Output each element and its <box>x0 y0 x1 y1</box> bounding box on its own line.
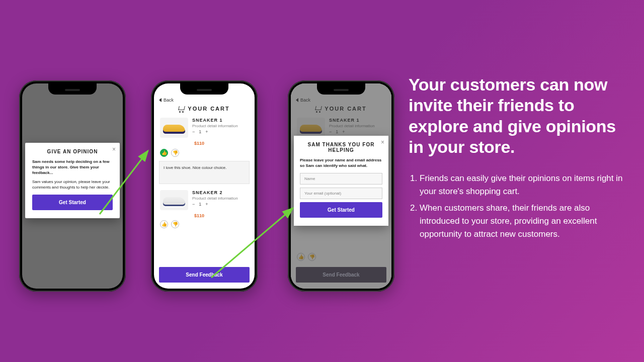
product-thumb <box>160 118 188 138</box>
name-input[interactable]: Name <box>300 173 382 185</box>
thumbs-up-icon[interactable]: 👍 <box>160 149 168 157</box>
send-feedback-button[interactable]: Send Feedback <box>159 267 250 283</box>
thumbs-up-icon[interactable]: 👍 <box>160 220 168 228</box>
get-started-button[interactable]: Get Started <box>300 202 382 218</box>
chevron-left-icon <box>159 98 162 102</box>
thank-you-modal: × SAM THANKS YOU FOR HELPING Please leav… <box>294 136 388 226</box>
phone-notch <box>180 83 228 95</box>
modal-lead: Sam needs some help deciding on a few th… <box>32 159 113 175</box>
modal-title: GIVE AN OPINION <box>32 149 113 154</box>
product-price: $110 <box>194 141 255 146</box>
product-price: $110 <box>194 213 255 218</box>
comment-input[interactable]: I love this shoe. Nice colour choice. <box>159 161 250 184</box>
get-started-button[interactable]: Get Started <box>32 195 113 210</box>
thumbs-down-icon[interactable]: 👎 <box>171 220 179 228</box>
list-item: Friends can easily give their opinions o… <box>420 172 625 199</box>
thumbs-down-icon[interactable]: 👎 <box>171 149 179 157</box>
phone-mock-3: Back YOUR CART SNEAKER 1 Product detail … <box>288 80 394 292</box>
modal-title: SAM THANKS YOU FOR HELPING <box>300 142 382 153</box>
headline-block: Your customers can now invite their frie… <box>409 74 625 244</box>
cart-item: SNEAKER 2 Product detail information −1+ <box>154 188 255 211</box>
product-name: SNEAKER 2 <box>192 190 249 195</box>
modal-body: Sam values your opinion, please leave yo… <box>32 179 113 191</box>
phone-notch <box>317 83 365 95</box>
feature-list: Friends can easily give their opinions o… <box>409 172 625 241</box>
back-button[interactable]: Back <box>154 96 255 103</box>
product-subtitle: Product detail information <box>192 124 249 128</box>
phone-mock-1: × GIVE AN OPINION Sam needs some help de… <box>19 80 126 292</box>
list-item: When customers share, their friends are … <box>420 202 625 241</box>
cart-icon <box>179 106 185 112</box>
phone-mock-2: Back YOUR CART SNEAKER 1 Product detail … <box>151 80 258 292</box>
quantity-stepper[interactable]: −1+ <box>192 202 249 207</box>
phone-notch <box>48 83 97 95</box>
email-input[interactable]: Your email (optional) <box>300 188 382 199</box>
cart-item: SNEAKER 1 Product detail information −1+ <box>154 116 255 139</box>
close-icon[interactable]: × <box>112 146 116 153</box>
marketing-slide: × GIVE AN OPINION Sam needs some help de… <box>0 0 644 362</box>
product-name: SNEAKER 1 <box>192 118 249 123</box>
back-label: Back <box>164 98 174 103</box>
product-thumb <box>160 190 188 210</box>
product-subtitle: Product detail information <box>192 196 249 201</box>
modal-body: Please leave your name and email address… <box>300 158 382 169</box>
headline: Your customers can now invite their frie… <box>409 74 625 158</box>
close-icon[interactable]: × <box>381 139 384 146</box>
opinion-modal: × GIVE AN OPINION Sam needs some help de… <box>25 143 120 218</box>
cart-heading: YOUR CART <box>154 106 255 112</box>
quantity-stepper[interactable]: −1+ <box>192 129 249 134</box>
